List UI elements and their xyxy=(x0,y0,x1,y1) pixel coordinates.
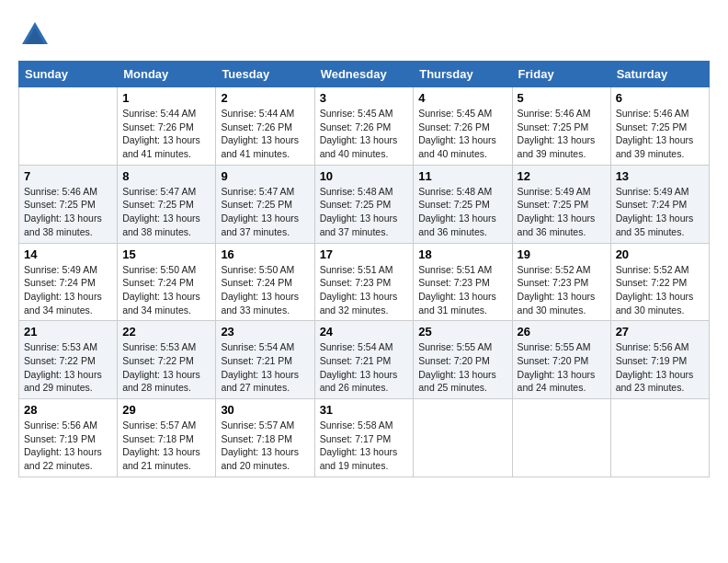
day-number: 1 xyxy=(122,91,210,105)
calendar-cell: 25Sunrise: 5:55 AM Sunset: 7:20 PM Dayli… xyxy=(414,321,512,399)
day-info: Sunrise: 5:49 AM Sunset: 7:24 PM Dayligh… xyxy=(616,185,704,239)
day-number: 18 xyxy=(418,247,506,261)
calendar-cell xyxy=(512,399,610,477)
day-number: 14 xyxy=(24,247,112,261)
day-number: 9 xyxy=(221,169,309,183)
page-header xyxy=(18,18,710,52)
day-number: 31 xyxy=(320,403,409,417)
calendar-cell: 29Sunrise: 5:57 AM Sunset: 7:18 PM Dayli… xyxy=(118,399,216,477)
calendar-week-row: 28Sunrise: 5:56 AM Sunset: 7:19 PM Dayli… xyxy=(19,399,710,477)
calendar-cell: 28Sunrise: 5:56 AM Sunset: 7:19 PM Dayli… xyxy=(19,399,118,477)
calendar-cell: 23Sunrise: 5:54 AM Sunset: 7:21 PM Dayli… xyxy=(216,321,314,399)
col-header-wednesday: Wednesday xyxy=(314,62,414,87)
calendar-cell: 30Sunrise: 5:57 AM Sunset: 7:18 PM Dayli… xyxy=(216,399,314,477)
day-info: Sunrise: 5:56 AM Sunset: 7:19 PM Dayligh… xyxy=(24,419,112,473)
day-info: Sunrise: 5:47 AM Sunset: 7:25 PM Dayligh… xyxy=(122,185,210,239)
calendar-cell: 21Sunrise: 5:53 AM Sunset: 7:22 PM Dayli… xyxy=(19,321,118,399)
calendar-cell: 31Sunrise: 5:58 AM Sunset: 7:17 PM Dayli… xyxy=(314,399,414,477)
day-number: 22 xyxy=(122,325,210,339)
calendar-cell: 5Sunrise: 5:46 AM Sunset: 7:25 PM Daylig… xyxy=(512,87,610,166)
day-number: 27 xyxy=(616,325,704,339)
day-number: 19 xyxy=(518,247,606,261)
calendar-cell: 26Sunrise: 5:55 AM Sunset: 7:20 PM Dayli… xyxy=(512,321,610,399)
calendar-cell: 9Sunrise: 5:47 AM Sunset: 7:25 PM Daylig… xyxy=(216,165,314,243)
day-info: Sunrise: 5:49 AM Sunset: 7:25 PM Dayligh… xyxy=(518,185,606,239)
day-number: 13 xyxy=(616,169,704,183)
calendar-table: SundayMondayTuesdayWednesdayThursdayFrid… xyxy=(18,61,710,477)
day-number: 30 xyxy=(221,403,309,417)
calendar-cell: 10Sunrise: 5:48 AM Sunset: 7:25 PM Dayli… xyxy=(314,165,414,243)
day-info: Sunrise: 5:51 AM Sunset: 7:23 PM Dayligh… xyxy=(320,263,409,317)
calendar-week-row: 7Sunrise: 5:46 AM Sunset: 7:25 PM Daylig… xyxy=(19,165,710,243)
day-info: Sunrise: 5:56 AM Sunset: 7:19 PM Dayligh… xyxy=(616,340,704,395)
day-number: 16 xyxy=(221,247,309,261)
day-number: 2 xyxy=(221,91,309,105)
calendar-cell: 15Sunrise: 5:50 AM Sunset: 7:24 PM Dayli… xyxy=(118,243,216,321)
day-number: 4 xyxy=(418,91,506,105)
calendar-cell: 2Sunrise: 5:44 AM Sunset: 7:26 PM Daylig… xyxy=(216,87,314,166)
day-info: Sunrise: 5:48 AM Sunset: 7:25 PM Dayligh… xyxy=(320,185,409,239)
day-info: Sunrise: 5:44 AM Sunset: 7:26 PM Dayligh… xyxy=(122,107,210,161)
day-number: 21 xyxy=(24,325,112,339)
col-header-friday: Friday xyxy=(512,62,610,87)
day-number: 17 xyxy=(320,247,409,261)
day-number: 7 xyxy=(24,169,112,183)
calendar-cell: 1Sunrise: 5:44 AM Sunset: 7:26 PM Daylig… xyxy=(118,87,216,166)
calendar-week-row: 21Sunrise: 5:53 AM Sunset: 7:22 PM Dayli… xyxy=(19,321,710,399)
day-number: 6 xyxy=(616,91,704,105)
day-info: Sunrise: 5:45 AM Sunset: 7:26 PM Dayligh… xyxy=(320,107,409,161)
day-info: Sunrise: 5:49 AM Sunset: 7:24 PM Dayligh… xyxy=(24,263,112,317)
col-header-sunday: Sunday xyxy=(19,62,118,87)
col-header-thursday: Thursday xyxy=(414,62,512,87)
calendar-cell: 14Sunrise: 5:49 AM Sunset: 7:24 PM Dayli… xyxy=(19,243,118,321)
day-number: 24 xyxy=(320,325,409,339)
calendar-cell: 7Sunrise: 5:46 AM Sunset: 7:25 PM Daylig… xyxy=(19,165,118,243)
calendar-cell: 8Sunrise: 5:47 AM Sunset: 7:25 PM Daylig… xyxy=(118,165,216,243)
day-info: Sunrise: 5:47 AM Sunset: 7:25 PM Dayligh… xyxy=(221,185,309,239)
day-info: Sunrise: 5:46 AM Sunset: 7:25 PM Dayligh… xyxy=(518,107,606,161)
calendar-cell xyxy=(19,87,118,166)
day-info: Sunrise: 5:46 AM Sunset: 7:25 PM Dayligh… xyxy=(24,185,112,239)
day-info: Sunrise: 5:57 AM Sunset: 7:18 PM Dayligh… xyxy=(122,419,210,473)
calendar-cell: 16Sunrise: 5:50 AM Sunset: 7:24 PM Dayli… xyxy=(216,243,314,321)
calendar-header-row: SundayMondayTuesdayWednesdayThursdayFrid… xyxy=(19,62,710,87)
calendar-cell xyxy=(414,399,512,477)
col-header-saturday: Saturday xyxy=(610,62,709,87)
day-info: Sunrise: 5:45 AM Sunset: 7:26 PM Dayligh… xyxy=(418,107,506,161)
day-number: 5 xyxy=(518,91,606,105)
day-info: Sunrise: 5:48 AM Sunset: 7:25 PM Dayligh… xyxy=(418,185,506,239)
calendar-cell: 12Sunrise: 5:49 AM Sunset: 7:25 PM Dayli… xyxy=(512,165,610,243)
day-number: 20 xyxy=(616,247,704,261)
calendar-cell: 20Sunrise: 5:52 AM Sunset: 7:22 PM Dayli… xyxy=(610,243,709,321)
day-info: Sunrise: 5:50 AM Sunset: 7:24 PM Dayligh… xyxy=(221,263,309,317)
day-info: Sunrise: 5:58 AM Sunset: 7:17 PM Dayligh… xyxy=(320,419,409,473)
day-info: Sunrise: 5:44 AM Sunset: 7:26 PM Dayligh… xyxy=(221,107,309,161)
calendar-cell: 18Sunrise: 5:51 AM Sunset: 7:23 PM Dayli… xyxy=(414,243,512,321)
day-info: Sunrise: 5:54 AM Sunset: 7:21 PM Dayligh… xyxy=(221,340,309,395)
day-number: 8 xyxy=(122,169,210,183)
calendar-week-row: 1Sunrise: 5:44 AM Sunset: 7:26 PM Daylig… xyxy=(19,87,710,166)
calendar-cell: 13Sunrise: 5:49 AM Sunset: 7:24 PM Dayli… xyxy=(610,165,709,243)
calendar-cell: 27Sunrise: 5:56 AM Sunset: 7:19 PM Dayli… xyxy=(610,321,709,399)
col-header-monday: Monday xyxy=(118,62,216,87)
day-info: Sunrise: 5:55 AM Sunset: 7:20 PM Dayligh… xyxy=(418,340,506,395)
calendar-cell: 11Sunrise: 5:48 AM Sunset: 7:25 PM Dayli… xyxy=(414,165,512,243)
day-info: Sunrise: 5:53 AM Sunset: 7:22 PM Dayligh… xyxy=(122,340,210,395)
day-info: Sunrise: 5:51 AM Sunset: 7:23 PM Dayligh… xyxy=(418,263,506,317)
day-number: 26 xyxy=(518,325,606,339)
day-info: Sunrise: 5:52 AM Sunset: 7:22 PM Dayligh… xyxy=(616,263,704,317)
day-info: Sunrise: 5:53 AM Sunset: 7:22 PM Dayligh… xyxy=(24,340,112,395)
day-info: Sunrise: 5:57 AM Sunset: 7:18 PM Dayligh… xyxy=(221,419,309,473)
day-number: 29 xyxy=(122,403,210,417)
day-info: Sunrise: 5:54 AM Sunset: 7:21 PM Dayligh… xyxy=(320,340,409,395)
day-info: Sunrise: 5:52 AM Sunset: 7:23 PM Dayligh… xyxy=(518,263,606,317)
calendar-cell: 24Sunrise: 5:54 AM Sunset: 7:21 PM Dayli… xyxy=(314,321,414,399)
calendar-cell: 22Sunrise: 5:53 AM Sunset: 7:22 PM Dayli… xyxy=(118,321,216,399)
day-number: 10 xyxy=(320,169,409,183)
day-number: 23 xyxy=(221,325,309,339)
day-number: 28 xyxy=(24,403,112,417)
day-number: 15 xyxy=(122,247,210,261)
calendar-cell: 17Sunrise: 5:51 AM Sunset: 7:23 PM Dayli… xyxy=(314,243,414,321)
calendar-week-row: 14Sunrise: 5:49 AM Sunset: 7:24 PM Dayli… xyxy=(19,243,710,321)
calendar-cell: 6Sunrise: 5:46 AM Sunset: 7:25 PM Daylig… xyxy=(610,87,709,166)
